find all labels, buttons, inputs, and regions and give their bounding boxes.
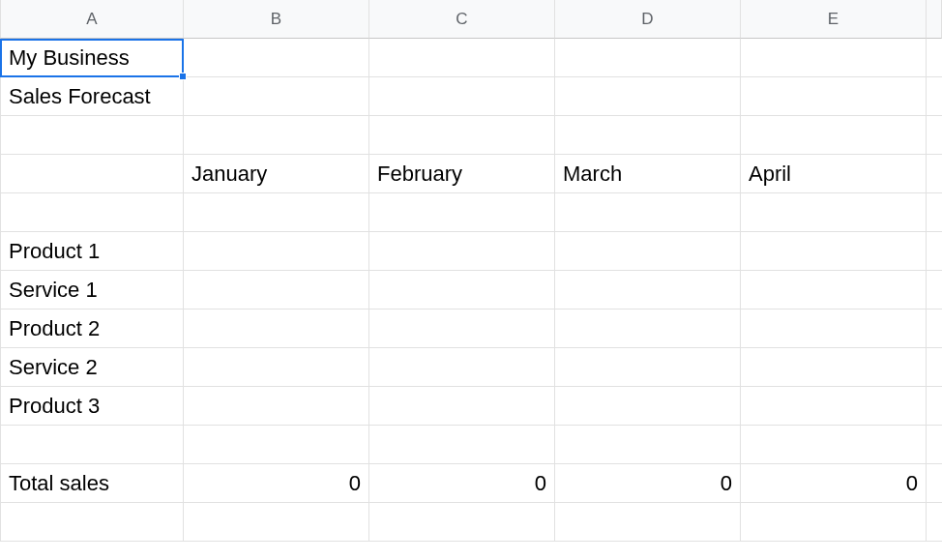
cell[interactable] <box>0 155 184 193</box>
cell[interactable] <box>184 39 369 77</box>
cell[interactable] <box>927 387 942 426</box>
cell[interactable] <box>927 232 942 271</box>
cell[interactable] <box>369 271 555 309</box>
cell[interactable] <box>741 348 927 387</box>
column-header[interactable]: D <box>555 0 741 39</box>
cell[interactable]: March <box>555 155 741 193</box>
cell[interactable]: My Business <box>0 39 184 77</box>
cell[interactable] <box>369 116 555 155</box>
cell[interactable] <box>555 271 741 309</box>
cell[interactable] <box>927 348 942 387</box>
cell[interactable] <box>0 193 184 232</box>
cell[interactable] <box>0 503 184 542</box>
cell[interactable] <box>0 426 184 464</box>
cell[interactable] <box>184 387 369 426</box>
cell[interactable] <box>184 309 369 348</box>
column-header[interactable]: B <box>184 0 369 39</box>
cell[interactable]: Product 3 <box>0 387 184 426</box>
spreadsheet-grid[interactable]: ABCDEMy BusinessSales ForecastJanuaryFeb… <box>0 0 942 542</box>
cell[interactable] <box>555 116 741 155</box>
column-header[interactable] <box>927 0 942 39</box>
cell[interactable] <box>369 193 555 232</box>
cell[interactable] <box>369 77 555 116</box>
cell[interactable]: Product 2 <box>0 309 184 348</box>
cell[interactable]: Service 1 <box>0 271 184 309</box>
cell[interactable] <box>927 426 942 464</box>
cell[interactable] <box>0 116 184 155</box>
cell[interactable] <box>927 155 942 193</box>
cell[interactable] <box>555 426 741 464</box>
cell[interactable] <box>741 193 927 232</box>
cell[interactable] <box>741 116 927 155</box>
cell[interactable] <box>741 503 927 542</box>
cell[interactable]: Product 1 <box>0 232 184 271</box>
cell[interactable] <box>927 309 942 348</box>
cell[interactable] <box>927 77 942 116</box>
cell[interactable] <box>741 77 927 116</box>
cell[interactable] <box>369 387 555 426</box>
cell[interactable]: January <box>184 155 369 193</box>
cell[interactable] <box>184 77 369 116</box>
cell[interactable] <box>184 503 369 542</box>
cell[interactable] <box>555 232 741 271</box>
cell[interactable] <box>369 309 555 348</box>
cell[interactable] <box>555 309 741 348</box>
cell[interactable] <box>741 39 927 77</box>
cell[interactable] <box>555 193 741 232</box>
cell[interactable] <box>184 116 369 155</box>
cell[interactable] <box>184 271 369 309</box>
cell[interactable] <box>927 39 942 77</box>
cell[interactable]: Total sales <box>0 464 184 503</box>
column-header[interactable]: E <box>741 0 927 39</box>
cell[interactable] <box>184 426 369 464</box>
cell[interactable] <box>927 503 942 542</box>
cell[interactable] <box>369 232 555 271</box>
cell[interactable] <box>555 348 741 387</box>
cell[interactable] <box>184 348 369 387</box>
cell[interactable]: February <box>369 155 555 193</box>
cell[interactable]: 0 <box>555 464 741 503</box>
cell[interactable] <box>184 193 369 232</box>
cell[interactable] <box>927 116 942 155</box>
cell[interactable] <box>369 503 555 542</box>
cell[interactable] <box>555 503 741 542</box>
cell[interactable] <box>927 271 942 309</box>
cell[interactable] <box>369 426 555 464</box>
cell[interactable] <box>555 39 741 77</box>
cell[interactable]: Sales Forecast <box>0 77 184 116</box>
cell[interactable]: 0 <box>369 464 555 503</box>
cell[interactable] <box>927 193 942 232</box>
cell[interactable]: April <box>741 155 927 193</box>
cell[interactable] <box>741 271 927 309</box>
column-header[interactable]: A <box>0 0 184 39</box>
cell[interactable] <box>369 39 555 77</box>
cell[interactable] <box>555 387 741 426</box>
cell[interactable] <box>927 464 942 503</box>
cell[interactable] <box>741 387 927 426</box>
cell[interactable] <box>741 426 927 464</box>
cell[interactable] <box>741 309 927 348</box>
cell[interactable] <box>369 348 555 387</box>
cell[interactable]: 0 <box>184 464 369 503</box>
cell[interactable] <box>555 77 741 116</box>
cell[interactable]: Service 2 <box>0 348 184 387</box>
cell[interactable] <box>741 232 927 271</box>
cell[interactable]: 0 <box>741 464 927 503</box>
cell[interactable] <box>184 232 369 271</box>
column-header[interactable]: C <box>369 0 555 39</box>
